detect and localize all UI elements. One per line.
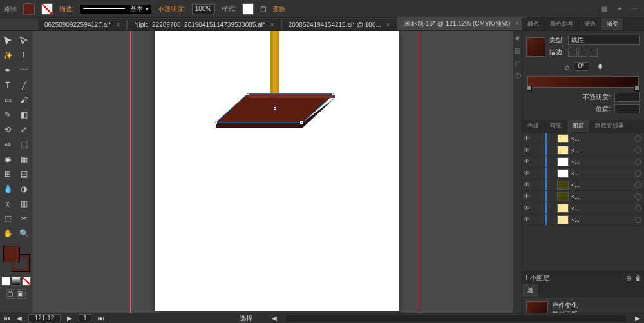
layer-row[interactable]: 👁<... — [522, 133, 644, 144]
shape-builder-tool[interactable]: ◉ — [0, 152, 15, 166]
grad-location-input[interactable] — [614, 104, 640, 113]
gradient-preview[interactable] — [526, 37, 545, 57]
transform-label[interactable]: 变换 — [272, 5, 285, 14]
symbol-sprayer-tool[interactable]: ⚹ — [0, 197, 15, 211]
rotate-tool[interactable]: ⟲ — [0, 122, 15, 137]
scroll-right-icon[interactable]: ▶ — [635, 315, 640, 322]
mesh-tool[interactable]: ⊞ — [0, 167, 15, 181]
type-tool[interactable]: T — [0, 78, 15, 92]
grad-opacity-input[interactable] — [614, 93, 640, 102]
selection-tool[interactable] — [0, 34, 15, 48]
target-icon[interactable] — [635, 159, 641, 165]
h-scrollbar[interactable] — [286, 315, 626, 322]
more-icon[interactable]: ⋯ — [630, 4, 640, 14]
tab-pathfinder[interactable]: 路径查找器 — [590, 120, 630, 132]
trash-icon[interactable]: 🗑 — [635, 275, 641, 282]
gradient-slider[interactable] — [527, 76, 639, 88]
doc-tab-1[interactable]: 0625090922594127.ai*× — [37, 19, 127, 30]
width-tool[interactable]: ⇔ — [0, 137, 15, 152]
color-mode-gradient[interactable] — [12, 277, 21, 286]
new-layer-icon[interactable]: ⊞ — [626, 275, 631, 282]
scale-tool[interactable]: ⤢ — [16, 122, 32, 137]
layer-row[interactable]: 👁<... — [522, 144, 644, 156]
direct-selection-tool[interactable] — [16, 34, 32, 48]
zoom-input[interactable]: 121.12 — [28, 314, 61, 322]
layer-row[interactable]: 👁<... — [522, 156, 644, 168]
curvature-tool[interactable]: 〰 — [16, 63, 32, 77]
strip-icon[interactable]: ⬚ — [513, 57, 522, 70]
scroll-left-icon[interactable]: ◀ — [272, 315, 277, 322]
target-icon[interactable] — [635, 217, 641, 223]
magic-wand-tool[interactable]: ✨ — [0, 48, 15, 63]
tab-color-guide[interactable]: 颜色参考 — [545, 18, 579, 30]
tab-swatches[interactable]: 色板 — [522, 120, 545, 132]
zoom-tool[interactable]: 🔍 — [16, 226, 32, 240]
strip-icon[interactable]: Ⓣ — [513, 70, 522, 83]
gradient-stop-left[interactable] — [527, 86, 532, 91]
free-transform-tool[interactable]: ⬚ — [16, 137, 32, 152]
guide-right[interactable] — [419, 31, 419, 313]
visibility-icon[interactable]: 👁 — [522, 216, 531, 223]
visibility-icon[interactable]: 👁 — [522, 158, 531, 165]
layer-row[interactable]: 👁<... — [522, 179, 644, 191]
tab-gradient[interactable]: 渐变 — [601, 18, 624, 30]
rectangle-tool[interactable]: ▭ — [0, 93, 15, 107]
angle-input[interactable]: 0° — [574, 62, 589, 71]
visibility-icon[interactable]: 👁 — [522, 181, 531, 188]
paintbrush-tool[interactable]: 🖌 — [16, 93, 32, 107]
opacity-value[interactable]: 100% — [192, 4, 215, 14]
tab-brushes[interactable]: 画笔 — [545, 120, 567, 132]
target-icon[interactable] — [635, 135, 641, 142]
layer-row[interactable]: 👁<... — [522, 214, 644, 226]
tab-color[interactable]: 颜色 — [522, 18, 545, 30]
stroke-grad-1[interactable] — [568, 48, 577, 57]
pencil-tool[interactable]: ✎ — [0, 108, 15, 122]
target-icon[interactable] — [635, 170, 641, 177]
screen-mode-full[interactable]: ▣ — [17, 289, 26, 299]
gradient-tool[interactable]: ▤ — [16, 167, 32, 181]
gradient-type-select[interactable]: 线性 — [568, 35, 640, 45]
guide-left[interactable] — [130, 31, 131, 313]
nav-next-icon[interactable]: ▶ — [67, 315, 72, 322]
nav-first-icon[interactable]: ⏮ — [4, 315, 10, 322]
eyedropper-tool[interactable]: 💧 — [0, 182, 15, 196]
stroke-grad-3[interactable] — [589, 48, 598, 57]
opacity-label[interactable]: 不透明度: — [158, 5, 185, 14]
slice-tool[interactable]: ✂ — [16, 211, 32, 226]
layer-row[interactable]: 👁<... — [522, 191, 644, 202]
visibility-icon[interactable]: 👁 — [522, 135, 531, 142]
isolate-icon[interactable]: ✦ — [614, 4, 625, 14]
perspective-tool[interactable]: ▦ — [16, 152, 32, 166]
graphic-style-swatch[interactable] — [242, 3, 254, 15]
doc-tab-3[interactable]: 20085241941542​15.ai* @ 100...× — [281, 19, 397, 30]
target-icon[interactable] — [635, 182, 641, 188]
target-icon[interactable] — [635, 147, 641, 153]
artwork-tabletop[interactable] — [216, 90, 335, 132]
nav-last-icon[interactable]: ⏭ — [98, 315, 104, 322]
doc-tab-4[interactable]: 未标题-16* @ 121.12% (CMYK/预览)× — [397, 17, 526, 30]
eraser-tool[interactable]: ◧ — [16, 108, 32, 122]
target-icon[interactable] — [635, 205, 641, 211]
doc-setup-icon[interactable]: ◫ — [260, 5, 266, 12]
fill-swatch[interactable] — [23, 3, 35, 15]
hand-tool[interactable]: ✋ — [0, 226, 15, 240]
stroke-label[interactable]: 描边: — [59, 5, 74, 14]
artboard-tool[interactable]: ⬚ — [0, 211, 15, 226]
visibility-icon[interactable]: 👁 — [522, 204, 531, 211]
lasso-tool[interactable]: ⌇ — [16, 48, 32, 63]
line-tool[interactable]: ╱ — [16, 78, 32, 92]
fill-stroke-indicator[interactable] — [3, 246, 29, 271]
tab-transparency[interactable]: 透 — [522, 284, 539, 297]
doc-tab-2[interactable]: Nipic_22289708_20190415114739533085.ai*× — [127, 19, 281, 30]
blend-tool[interactable]: ◑ — [16, 182, 32, 196]
stroke-grad-2[interactable] — [578, 48, 587, 57]
pen-tool[interactable]: ✒ — [0, 63, 15, 77]
strip-icon[interactable]: ◈ — [513, 31, 522, 44]
screen-mode-normal[interactable]: ▢ — [6, 289, 15, 299]
strip-icon[interactable]: ▤ — [513, 44, 522, 57]
stroke-swatch-none[interactable] — [41, 3, 53, 15]
target-icon[interactable] — [635, 193, 641, 200]
tab-stroke[interactable]: 描边 — [579, 18, 601, 30]
nav-prev-icon[interactable]: ◀ — [17, 315, 22, 322]
layer-row[interactable]: 👁<... — [522, 168, 644, 179]
